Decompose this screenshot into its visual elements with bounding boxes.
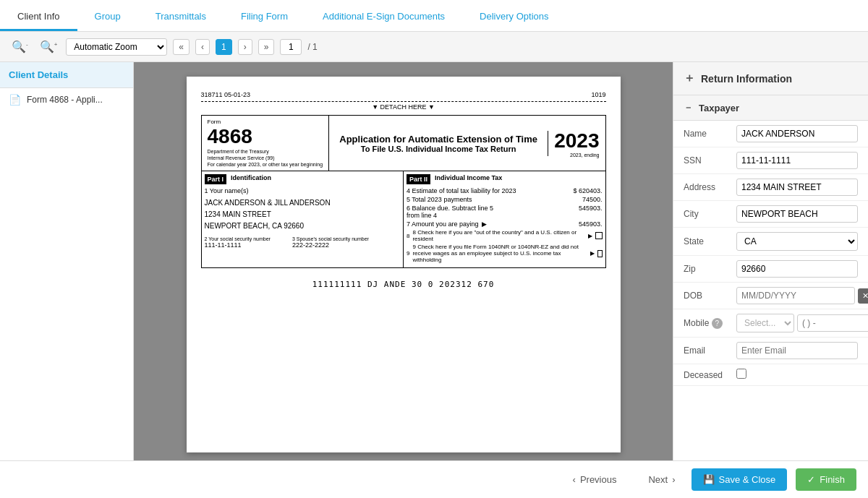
field8-row: 8 8 Check here if you are "out of the co… [407,229,603,242]
plus-icon: ＋ [684,71,695,86]
part2-header: Part II [407,174,430,184]
doc-viewer: 318711 05-01-23 1019 ▼ DETACH HERE ▼ For… [134,62,673,460]
right-panel: ＋ Return Information － Taxpayer Name SSN [673,62,868,460]
document-icon: 📄 [9,94,21,106]
form-dept: Department of the Treasury Internal Reve… [208,148,323,168]
zip-value-wrapper [736,260,858,278]
form-code: 318711 05-01-23 1019 [201,91,606,98]
detach-line: ▼ DETACH HERE ▼ [201,101,606,111]
ssn1-field: 2 Your social security number 111-11-111… [205,236,271,249]
city-row: City [673,201,868,228]
state-label: State [684,236,731,246]
form-part2: Part II Individual Income Tax 4 Estimate… [404,171,605,267]
address-row: Address [673,174,868,201]
doc-page: 318711 05-01-23 1019 ▼ DETACH HERE ▼ For… [187,77,621,452]
dob-label: DOB [684,291,731,301]
deceased-label: Deceased [684,370,731,380]
current-page-btn[interactable]: 1 [216,39,232,55]
email-input[interactable] [736,342,858,359]
main-area: Client Details 📄 Form 4868 - Appli... 31… [0,62,868,460]
zip-label: Zip [684,264,731,274]
address-label: Address [684,182,731,192]
tab-transmittals[interactable]: Transmittals [138,4,224,31]
first-page-btn[interactable]: « [173,39,190,55]
form-number-box: Form 4868 Department of the Treasury Int… [202,116,330,171]
zoom-select[interactable]: Automatic Zoom [66,38,167,56]
page-input[interactable] [280,39,302,55]
name-row: Name [673,121,868,147]
deceased-value-wrapper [736,369,858,381]
check-icon: ✓ [807,474,815,485]
tab-additional-esign[interactable]: Additional E-Sign Documents [305,4,462,31]
zip-input[interactable] [736,260,858,278]
form-year-box: 2023 2023, ending [548,126,605,160]
dob-row: DOB ✕ [673,283,868,309]
top-nav: Client Info Group Transmittals Filing Fo… [0,0,868,32]
dob-wrapper: ✕ [736,287,868,304]
field7-row: 7 Amount you are paying ▶ 545903. [407,220,603,228]
save-icon: 💾 [703,474,715,485]
taxpayer-subsection-header: － Taxpayer [673,95,868,121]
mobile-country-select[interactable]: Select... [736,314,794,332]
name-label: Name [684,129,731,139]
zip-row: Zip [673,256,868,283]
mobile-wrapper: Select... [736,314,868,332]
sidebar-form-item[interactable]: 📄 Form 4868 - Appli... [0,88,133,111]
tab-client-info[interactable]: Client Info [0,4,77,31]
zoom-out-icon[interactable]: 🔍- [9,38,31,55]
taxpayer-title: Taxpayer [699,103,739,113]
state-select[interactable]: CA [736,232,858,251]
deceased-checkbox[interactable] [736,369,746,379]
deceased-row: Deceased [673,364,868,386]
field9-row: 9 9 Check here if you file Form 1040NR o… [407,244,603,263]
tab-group[interactable]: Group [77,4,138,31]
last-page-btn[interactable]: » [258,39,275,55]
part2-sub: Individual Income Tax [435,174,502,184]
next-page-btn[interactable]: › [238,39,252,55]
address-input[interactable] [736,179,858,196]
mobile-input[interactable] [797,314,868,332]
mobile-label: Mobile ? [684,318,731,329]
dob-clear-btn[interactable]: ✕ [858,288,868,304]
previous-button[interactable]: ‹ Previous [566,470,624,489]
field8-checkbox[interactable] [595,232,602,239]
prev-page-btn[interactable]: ‹ [195,39,210,55]
field4-row: 4 Estimate of total tax liability for 20… [407,187,603,194]
ssn-row: SSN [673,147,868,174]
toolbar: 🔍- 🔍+ Automatic Zoom « ‹ 1 › » / 1 [0,32,868,62]
form-title-box: Application for Automatic Extension of T… [329,131,548,156]
tab-delivery-options[interactable]: Delivery Options [462,4,566,31]
address-value-wrapper [736,179,858,196]
ssn-row: 2 Your social security number 111-11-111… [205,236,401,249]
part1-sub: Identification [231,174,271,184]
field1-label: 1 Your name(s) [205,187,401,194]
tab-filing-form[interactable]: Filing Form [224,4,305,31]
routing-number: 111111111 DJ ANDE 30 0 202312 670 [201,280,606,289]
city-value-wrapper [736,205,858,223]
field9-checkbox[interactable] [597,250,602,257]
form-part1: Part I Identification 1 Your name(s) JAC… [202,171,404,267]
next-button[interactable]: Next › [641,470,682,489]
field5-row: 5 Total 2023 payments 74500. [407,196,603,203]
finish-button[interactable]: ✓ Finish [796,468,856,491]
zoom-in-icon[interactable]: 🔍+ [37,38,61,55]
bottom-bar: ‹ Previous Next › 💾 Save & Close ✓ Finis… [0,460,868,498]
dob-input[interactable] [736,287,855,304]
city-input[interactable] [736,205,858,223]
state-row: State CA [673,228,868,256]
part1-header: Part I [205,174,227,184]
save-close-button[interactable]: 💾 Save & Close [692,468,788,491]
city-label: City [684,209,731,219]
ssn-value-wrapper [736,152,858,169]
name-input[interactable] [736,125,858,142]
form-parts: Part I Identification 1 Your name(s) JAC… [201,171,606,268]
form-header: Form 4868 Department of the Treasury Int… [201,115,606,171]
client-details-header: Client Details [0,62,133,88]
return-info-header: ＋ Return Information [673,62,868,95]
mobile-help-icon[interactable]: ? [712,318,723,329]
next-chevron-icon: › [672,474,675,485]
taxpayer-fields: Name SSN Address City [673,121,868,386]
prev-chevron-icon: ‹ [573,474,576,485]
ssn-input[interactable] [736,152,858,169]
state-value-wrapper: CA [736,232,858,251]
